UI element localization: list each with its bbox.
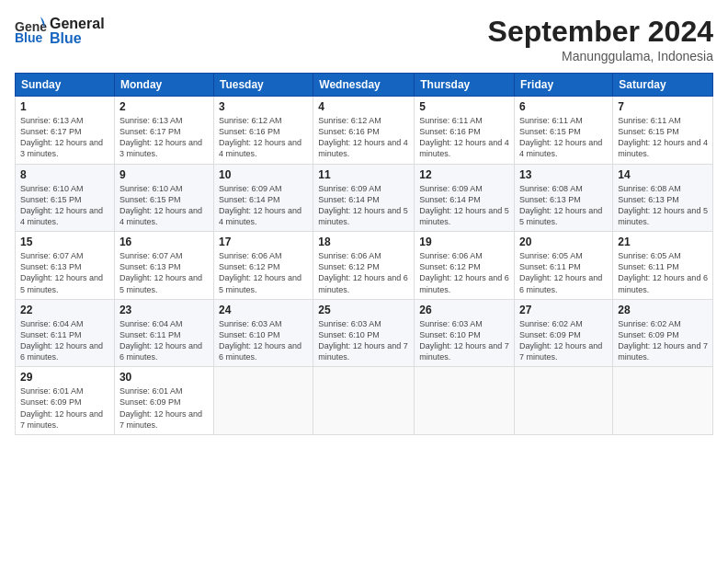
calendar-cell: 16Sunrise: 6:07 AMSunset: 6:13 PMDayligh… <box>114 232 213 300</box>
calendar-week-row: 22Sunrise: 6:04 AMSunset: 6:11 PMDayligh… <box>16 299 713 367</box>
day-info: Sunrise: 6:10 AMSunset: 6:15 PMDaylight:… <box>20 183 109 228</box>
calendar-cell: 22Sunrise: 6:04 AMSunset: 6:11 PMDayligh… <box>16 299 115 367</box>
day-number: 11 <box>318 168 409 181</box>
day-number: 9 <box>119 168 209 181</box>
calendar-cell: 17Sunrise: 6:06 AMSunset: 6:12 PMDayligh… <box>213 232 313 300</box>
weekday-header-thursday: Thursday <box>415 74 515 97</box>
day-number: 12 <box>419 168 509 181</box>
day-number: 14 <box>618 168 708 181</box>
day-info: Sunrise: 6:08 AMSunset: 6:13 PMDaylight:… <box>618 183 708 228</box>
day-number: 15 <box>20 236 109 248</box>
day-number: 1 <box>20 100 109 113</box>
weekday-header-tuesday: Tuesday <box>213 74 313 97</box>
calendar-cell: 8Sunrise: 6:10 AMSunset: 6:15 PMDaylight… <box>16 164 115 232</box>
calendar-cell: 4Sunrise: 6:12 AMSunset: 6:16 PMDaylight… <box>313 97 415 165</box>
day-info: Sunrise: 6:09 AMSunset: 6:14 PMDaylight:… <box>318 183 409 228</box>
day-number: 7 <box>618 100 708 113</box>
calendar-page: General Blue General Blue September 2024… <box>0 0 728 563</box>
calendar-cell: 30Sunrise: 6:01 AMSunset: 6:09 PMDayligh… <box>114 367 213 435</box>
day-number: 4 <box>318 100 409 113</box>
calendar-cell: 9Sunrise: 6:10 AMSunset: 6:15 PMDaylight… <box>114 164 213 232</box>
day-info: Sunrise: 6:06 AMSunset: 6:12 PMDaylight:… <box>219 250 308 295</box>
day-number: 17 <box>219 236 308 248</box>
calendar-week-row: 1Sunrise: 6:13 AMSunset: 6:17 PMDaylight… <box>16 97 713 165</box>
day-info: Sunrise: 6:09 AMSunset: 6:14 PMDaylight:… <box>219 183 308 228</box>
day-number: 5 <box>419 100 509 113</box>
month-title: September 2024 <box>488 15 713 49</box>
calendar-cell: 23Sunrise: 6:04 AMSunset: 6:11 PMDayligh… <box>114 299 213 367</box>
title-block: September 2024 Manunggulama, Indonesia <box>488 15 713 63</box>
calendar-cell: 24Sunrise: 6:03 AMSunset: 6:10 PMDayligh… <box>213 299 313 367</box>
day-info: Sunrise: 6:06 AMSunset: 6:12 PMDaylight:… <box>318 250 409 295</box>
weekday-header-sunday: Sunday <box>16 74 115 97</box>
calendar-cell: 11Sunrise: 6:09 AMSunset: 6:14 PMDayligh… <box>313 164 415 232</box>
day-info: Sunrise: 6:05 AMSunset: 6:11 PMDaylight:… <box>618 250 708 295</box>
day-number: 29 <box>20 371 109 384</box>
day-number: 8 <box>20 168 109 181</box>
calendar-cell <box>213 367 313 435</box>
weekday-header-saturday: Saturday <box>613 74 713 97</box>
calendar-cell: 26Sunrise: 6:03 AMSunset: 6:10 PMDayligh… <box>415 299 515 367</box>
day-info: Sunrise: 6:02 AMSunset: 6:09 PMDaylight:… <box>618 318 708 363</box>
day-number: 27 <box>519 304 608 316</box>
day-number: 2 <box>119 100 209 113</box>
calendar-cell: 27Sunrise: 6:02 AMSunset: 6:09 PMDayligh… <box>515 299 613 367</box>
day-info: Sunrise: 6:03 AMSunset: 6:10 PMDaylight:… <box>419 318 509 363</box>
day-info: Sunrise: 6:03 AMSunset: 6:10 PMDaylight:… <box>219 318 308 363</box>
day-number: 3 <box>219 100 308 113</box>
day-number: 22 <box>20 304 109 316</box>
calendar-cell: 6Sunrise: 6:11 AMSunset: 6:15 PMDaylight… <box>515 97 613 165</box>
day-info: Sunrise: 6:13 AMSunset: 6:17 PMDaylight:… <box>20 115 109 160</box>
day-info: Sunrise: 6:10 AMSunset: 6:15 PMDaylight:… <box>119 183 209 228</box>
calendar-cell: 15Sunrise: 6:07 AMSunset: 6:13 PMDayligh… <box>16 232 115 300</box>
day-number: 30 <box>119 371 209 384</box>
day-info: Sunrise: 6:09 AMSunset: 6:14 PMDaylight:… <box>419 183 509 228</box>
calendar-cell: 25Sunrise: 6:03 AMSunset: 6:10 PMDayligh… <box>313 299 415 367</box>
calendar-cell: 7Sunrise: 6:11 AMSunset: 6:15 PMDaylight… <box>613 97 713 165</box>
day-number: 23 <box>119 304 209 316</box>
day-info: Sunrise: 6:04 AMSunset: 6:11 PMDaylight:… <box>119 318 209 363</box>
calendar-cell: 10Sunrise: 6:09 AMSunset: 6:14 PMDayligh… <box>213 164 313 232</box>
weekday-header-friday: Friday <box>515 74 613 97</box>
logo-icon: General Blue <box>15 15 48 48</box>
calendar-cell: 19Sunrise: 6:06 AMSunset: 6:12 PMDayligh… <box>415 232 515 300</box>
day-info: Sunrise: 6:06 AMSunset: 6:12 PMDaylight:… <box>419 250 509 295</box>
day-info: Sunrise: 6:01 AMSunset: 6:09 PMDaylight:… <box>119 385 209 431</box>
day-info: Sunrise: 6:12 AMSunset: 6:16 PMDaylight:… <box>318 115 409 160</box>
logo-general-text: General <box>50 17 105 31</box>
logo-label: General Blue <box>50 17 105 46</box>
calendar-cell: 21Sunrise: 6:05 AMSunset: 6:11 PMDayligh… <box>613 232 713 300</box>
calendar-cell: 20Sunrise: 6:05 AMSunset: 6:11 PMDayligh… <box>515 232 613 300</box>
day-info: Sunrise: 6:11 AMSunset: 6:15 PMDaylight:… <box>519 115 608 160</box>
calendar-cell: 29Sunrise: 6:01 AMSunset: 6:09 PMDayligh… <box>16 367 115 435</box>
weekday-header-row: SundayMondayTuesdayWednesdayThursdayFrid… <box>16 74 713 97</box>
day-number: 21 <box>618 236 708 248</box>
calendar-cell <box>613 367 713 435</box>
calendar-table: SundayMondayTuesdayWednesdayThursdayFrid… <box>15 73 713 435</box>
day-info: Sunrise: 6:11 AMSunset: 6:16 PMDaylight:… <box>419 115 509 160</box>
day-number: 26 <box>419 304 509 316</box>
day-number: 13 <box>519 168 608 181</box>
day-info: Sunrise: 6:08 AMSunset: 6:13 PMDaylight:… <box>519 183 608 228</box>
calendar-week-row: 29Sunrise: 6:01 AMSunset: 6:09 PMDayligh… <box>16 367 713 435</box>
day-number: 18 <box>318 236 409 248</box>
svg-text:Blue: Blue <box>15 30 43 45</box>
calendar-cell: 1Sunrise: 6:13 AMSunset: 6:17 PMDaylight… <box>16 97 115 165</box>
calendar-cell <box>415 367 515 435</box>
logo-blue-text: Blue <box>50 31 105 46</box>
logo: General Blue General Blue <box>15 15 105 48</box>
day-number: 24 <box>219 304 308 316</box>
calendar-week-row: 15Sunrise: 6:07 AMSunset: 6:13 PMDayligh… <box>16 232 713 300</box>
day-info: Sunrise: 6:02 AMSunset: 6:09 PMDaylight:… <box>519 318 608 363</box>
calendar-cell: 18Sunrise: 6:06 AMSunset: 6:12 PMDayligh… <box>313 232 415 300</box>
calendar-cell: 5Sunrise: 6:11 AMSunset: 6:16 PMDaylight… <box>415 97 515 165</box>
day-number: 16 <box>119 236 209 248</box>
calendar-cell: 2Sunrise: 6:13 AMSunset: 6:17 PMDaylight… <box>114 97 213 165</box>
day-info: Sunrise: 6:07 AMSunset: 6:13 PMDaylight:… <box>119 250 209 295</box>
day-number: 19 <box>419 236 509 248</box>
day-number: 10 <box>219 168 308 181</box>
day-info: Sunrise: 6:05 AMSunset: 6:11 PMDaylight:… <box>519 250 608 295</box>
day-number: 20 <box>519 236 608 248</box>
day-number: 25 <box>318 304 409 316</box>
day-number: 28 <box>618 304 708 316</box>
